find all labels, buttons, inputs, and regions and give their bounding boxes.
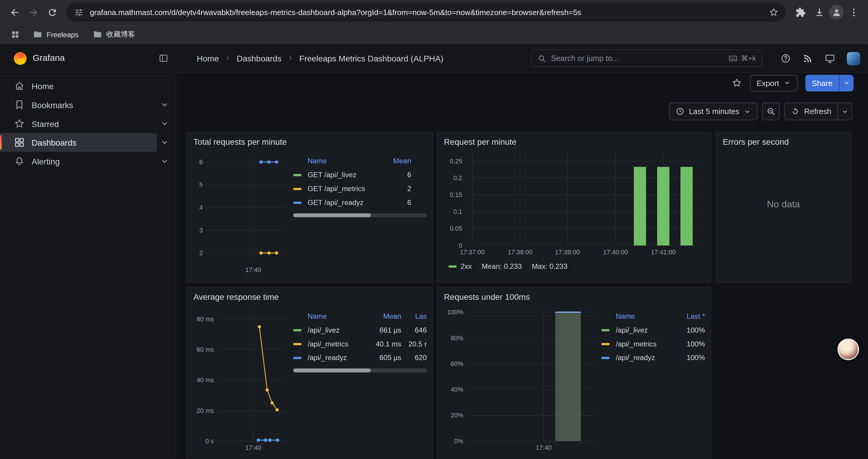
series-swatch: [293, 188, 301, 190]
svg-text:17:38:00: 17:38:00: [507, 249, 532, 256]
legend-scrollbar[interactable]: [293, 369, 427, 372]
favorite-dashboard-button[interactable]: [732, 78, 742, 88]
svg-text:100%: 100%: [447, 308, 463, 316]
series-name[interactable]: /api/_livez: [308, 326, 367, 334]
breadcrumb-home[interactable]: Home: [197, 54, 219, 63]
chevron-down-icon: [783, 79, 790, 86]
legend-col-last[interactable]: Last *: [671, 312, 705, 320]
time-controls: Last 5 minutes Refresh: [669, 102, 852, 120]
panel-title[interactable]: Request per minute: [437, 132, 711, 147]
legend-col-mean[interactable]: Mean: [380, 157, 411, 165]
svg-text:17:37:00: 17:37:00: [460, 249, 485, 256]
time-range-picker[interactable]: Last 5 minutes: [669, 102, 757, 120]
panel-legend: 2xx Mean: 0.233 Max: 0.233: [448, 262, 704, 270]
breadcrumb: Home Dashboards Freeleaps Metrics Dashbo…: [197, 54, 443, 63]
sidebar-item-home[interactable]: Home: [0, 76, 176, 95]
series-swatch: [601, 357, 610, 359]
panel-title[interactable]: Average response time: [187, 288, 432, 303]
series-name[interactable]: GET /api/_livez: [308, 171, 380, 179]
sidebar-item-bookmarks[interactable]: Bookmarks: [0, 95, 176, 114]
chevron-down-icon[interactable]: [160, 157, 169, 166]
series-name[interactable]: /api/_readyz: [308, 354, 367, 362]
chevron-down-icon[interactable]: [160, 119, 169, 128]
panel-title[interactable]: Errors per second: [716, 132, 851, 147]
browser-menu-button[interactable]: [845, 3, 862, 21]
monitor-icon: [825, 53, 835, 64]
refresh-button[interactable]: Refresh: [784, 102, 838, 120]
series-name[interactable]: GET /api/_metrics: [308, 185, 380, 193]
no-data-message: No data: [716, 147, 851, 261]
share-button[interactable]: Share: [805, 74, 839, 91]
average-response-time-chart[interactable]: 80 ms60 ms40 ms20 ms0 s17:40: [192, 304, 290, 452]
series-name[interactable]: /api/_metrics: [308, 340, 367, 348]
extensions-button[interactable]: [792, 3, 809, 21]
chevron-down-icon[interactable]: [160, 100, 169, 109]
legend-col-mean[interactable]: Mean: [367, 312, 401, 320]
browser-profile-button[interactable]: [829, 5, 843, 20]
user-avatar[interactable]: [847, 52, 860, 65]
breadcrumb-separator-icon: [224, 54, 231, 62]
search-placeholder: Search or jump to...: [551, 54, 723, 63]
star-icon: [732, 78, 742, 88]
total-requests-chart[interactable]: 6543217:40: [192, 149, 290, 274]
legend-row: GET /api/_livez 6: [293, 168, 427, 182]
sidebar-item-starred[interactable]: Starred: [0, 114, 176, 133]
series-name[interactable]: /api/_metrics: [616, 340, 671, 348]
sidebar-nav: Home Bookmarks Starred Dashboards Alerti…: [0, 73, 176, 459]
series-name[interactable]: /api/_livez: [616, 326, 671, 334]
url-bar[interactable]: grafana.mathmast.com/d/deytv4rwavabkb/fr…: [66, 3, 786, 22]
sidebar-item-dashboards[interactable]: Dashboards: [0, 133, 176, 152]
requests-under-100ms-chart[interactable]: 100%80%60%40%20%0%17:40: [443, 304, 598, 452]
sidebar-collapse-button[interactable]: [159, 53, 169, 63]
series-last: 100%: [671, 340, 705, 348]
svg-text:3: 3: [199, 227, 203, 234]
legend-scrollbar[interactable]: [293, 213, 427, 217]
panel-title[interactable]: Total requests per minute: [187, 132, 432, 147]
reload-button[interactable]: [43, 3, 61, 21]
legend-col-name[interactable]: Name: [308, 157, 380, 165]
panel-title[interactable]: Requests under 100ms: [437, 288, 711, 303]
display-button[interactable]: [825, 53, 835, 64]
bookmark-item-freeleaps[interactable]: Freeleaps: [29, 27, 83, 42]
series-mean: 661 µs: [367, 326, 401, 334]
bookmark-item-blog[interactable]: 收藏博客: [89, 27, 140, 42]
reload-icon: [47, 7, 58, 18]
download-icon: [814, 7, 825, 18]
rss-icon: [802, 53, 813, 64]
search-input[interactable]: Search or jump to... ⌘+k: [531, 49, 763, 67]
legend-col-last[interactable]: Las: [401, 312, 427, 320]
svg-text:80 ms: 80 ms: [196, 316, 214, 323]
series-last: 620: [401, 354, 427, 362]
chevron-down-icon[interactable]: [160, 138, 169, 147]
series-name[interactable]: 2xx: [461, 262, 472, 270]
sidebar-item-alerting[interactable]: Alerting: [0, 152, 176, 171]
request-per-minute-chart[interactable]: 0.250.20.150.10.05017:37:0017:38:0017:39…: [444, 149, 705, 257]
chevron-down-icon: [841, 108, 848, 115]
series-name[interactable]: /api/_readyz: [616, 354, 671, 362]
refresh-interval-button[interactable]: [838, 102, 852, 120]
bookmark-page-button[interactable]: [766, 4, 782, 20]
assistant-avatar[interactable]: [838, 338, 859, 360]
brand-name: Grafana: [33, 53, 65, 63]
clock-icon: [676, 107, 685, 116]
zoom-out-button[interactable]: [762, 102, 780, 120]
legend-col-name[interactable]: Name: [616, 312, 671, 320]
scrollbar-thumb: [293, 369, 370, 372]
site-settings-icon[interactable]: [74, 7, 84, 17]
legend-col-name[interactable]: Name: [308, 312, 367, 320]
news-button[interactable]: [802, 53, 813, 64]
series-name[interactable]: GET /api/_readyz: [308, 198, 380, 207]
breadcrumb-dashboards[interactable]: Dashboards: [237, 54, 282, 63]
brand-area: Grafana: [0, 52, 176, 64]
help-button[interactable]: [780, 53, 791, 64]
apps-grid-icon: [10, 30, 20, 39]
forward-button[interactable]: [25, 3, 42, 21]
apps-grid-button[interactable]: [7, 26, 23, 42]
share-dropdown-button[interactable]: [839, 74, 854, 91]
series-swatch: [448, 265, 457, 268]
export-button[interactable]: Export: [750, 74, 797, 91]
back-button[interactable]: [6, 3, 23, 21]
svg-text:0.05: 0.05: [450, 225, 462, 232]
svg-text:0.25: 0.25: [450, 157, 462, 165]
downloads-button[interactable]: [810, 3, 828, 21]
